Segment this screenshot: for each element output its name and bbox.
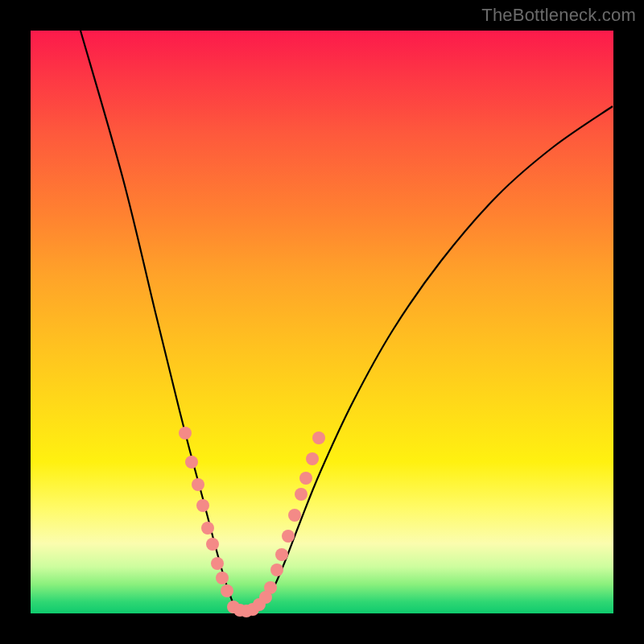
data-dot: [288, 509, 301, 522]
chart-svg: [31, 31, 613, 613]
data-dot: [206, 538, 219, 551]
data-dot: [216, 572, 229, 584]
data-dot: [306, 452, 319, 465]
dots-right-ascent: [264, 431, 325, 594]
data-dot: [282, 530, 295, 543]
data-dot: [295, 488, 308, 501]
data-dot: [211, 557, 224, 570]
chart-frame: TheBottleneck.com: [0, 0, 644, 644]
data-dot: [270, 564, 283, 576]
data-dot: [275, 548, 288, 561]
watermark-label: TheBottleneck.com: [481, 5, 636, 26]
data-dot: [201, 522, 214, 535]
data-dot: [196, 499, 209, 512]
data-dot: [179, 427, 192, 440]
data-dot: [192, 478, 204, 491]
dots-bottom-valley: [227, 591, 272, 617]
chart-plot-area: [31, 31, 613, 613]
bottleneck-curve: [80, 31, 613, 613]
data-dot: [299, 472, 312, 485]
data-dot: [312, 431, 325, 444]
data-dot: [185, 456, 198, 469]
data-dot: [259, 591, 272, 604]
data-dot: [221, 584, 233, 597]
